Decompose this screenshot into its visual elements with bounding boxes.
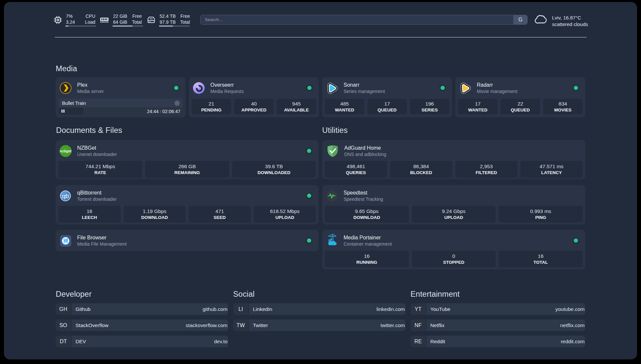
svg-text:nzbget: nzbget [60,149,72,153]
svg-text:qb: qb [62,192,69,199]
